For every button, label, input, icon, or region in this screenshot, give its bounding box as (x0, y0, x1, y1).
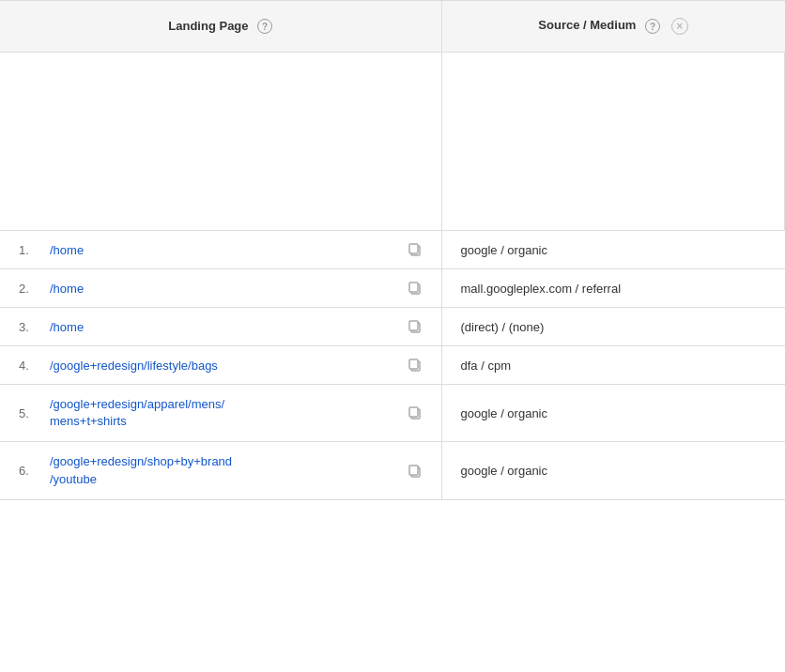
page-link[interactable]: /google+redesign/shop+by+brand/youtube (50, 453, 232, 487)
landing-page-cell: 3./home (0, 308, 441, 346)
copy-link-icon[interactable] (400, 358, 423, 373)
source-medium-label: Source / Medium (538, 18, 636, 32)
svg-rect-9 (409, 407, 418, 417)
landing-page-cell: 4./google+redesign/lifestyle/bags (0, 346, 441, 385)
row-number: 2. (19, 282, 42, 296)
source-medium-cell: google / organic (441, 385, 785, 442)
copy-link-icon[interactable] (400, 319, 423, 334)
source-medium-header: Source / Medium ? × (441, 1, 785, 53)
svg-rect-7 (409, 359, 418, 369)
source-medium-cell: google / organic (441, 231, 785, 269)
landing-page-cell: 2./home (0, 269, 441, 308)
copy-link-icon[interactable] (400, 405, 423, 420)
page-link[interactable]: /google+redesign/apparel/mens/mens+t+shi… (50, 396, 224, 430)
landing-page-label: Landing Page (168, 19, 248, 33)
page-link[interactable]: /home (50, 320, 84, 334)
source-medium-cell: (direct) / (none) (441, 308, 785, 346)
source-medium-cell: google / organic (441, 442, 785, 499)
table-row: 4./google+redesign/lifestyle/bags dfa / … (0, 346, 785, 385)
landing-page-cell: 1./home (0, 231, 441, 269)
svg-rect-3 (409, 283, 418, 292)
table-row: 3./home (direct) / (none) (0, 308, 785, 346)
landing-page-cell: 6./google+redesign/shop+by+brand/youtube (0, 442, 441, 499)
svg-rect-5 (409, 321, 418, 330)
row-number: 5. (19, 406, 42, 420)
page-link[interactable]: /google+redesign/lifestyle/bags (50, 359, 218, 373)
row-number: 1. (19, 243, 42, 257)
landing-page-cell: 5./google+redesign/apparel/mens/mens+t+s… (0, 385, 441, 442)
copy-link-icon[interactable] (400, 464, 423, 479)
copy-link-icon[interactable] (400, 281, 423, 296)
svg-rect-1 (409, 244, 418, 253)
table-row: 1./home google / organic (0, 231, 785, 269)
row-number: 6. (19, 464, 42, 478)
page-link[interactable]: /home (50, 282, 84, 296)
copy-link-icon[interactable] (400, 242, 423, 257)
row-number: 4. (19, 359, 42, 373)
table-row: 2./home mall.googleplex.com / referral (0, 269, 785, 308)
table-row: 5./google+redesign/apparel/mens/mens+t+s… (0, 385, 785, 442)
source-medium-help-icon[interactable]: ? (645, 19, 660, 34)
row-number: 3. (19, 320, 42, 334)
landing-page-header: Landing Page ? (0, 1, 441, 53)
landing-page-help-icon[interactable]: ? (257, 19, 272, 34)
table-header: Landing Page ? Source / Medium ? × (0, 1, 785, 53)
empty-row (0, 53, 785, 231)
source-medium-cell: dfa / cpm (441, 346, 785, 385)
source-medium-cell: mall.googleplex.com / referral (441, 269, 785, 308)
source-medium-close-icon[interactable]: × (671, 18, 688, 35)
table-row: 6./google+redesign/shop+by+brand/youtube… (0, 442, 785, 499)
page-link[interactable]: /home (50, 243, 84, 257)
svg-rect-11 (409, 466, 418, 475)
